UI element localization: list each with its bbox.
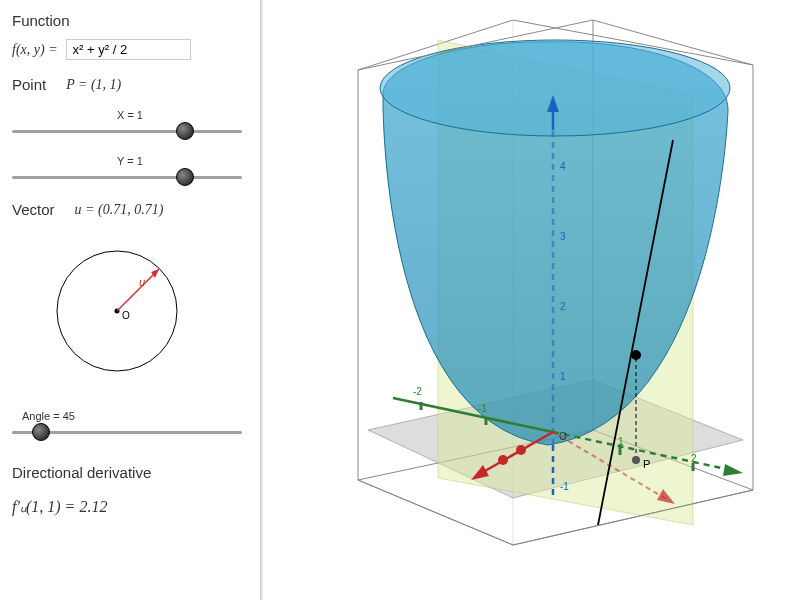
x-slider[interactable] xyxy=(12,123,242,139)
origin-dot-label: O xyxy=(122,310,130,321)
u-arrow-label: u xyxy=(139,276,145,288)
function-input[interactable] xyxy=(66,39,191,60)
svg-text:-2: -2 xyxy=(413,386,422,397)
point-row: Point P = (1, 1) xyxy=(12,76,248,93)
derivative-section-label: Directional derivative xyxy=(12,464,248,481)
angle-slider[interactable] xyxy=(12,424,242,440)
point-section-label: Point xyxy=(12,76,46,93)
x-tick-ball-2 xyxy=(498,455,508,465)
derivative-display: f′ᵤ(1, 1) = 2.12 xyxy=(12,497,248,516)
svg-text:-1: -1 xyxy=(560,481,569,492)
vector-row: Vector u = (0.71, 0.71) xyxy=(12,201,248,218)
origin-label: O xyxy=(559,431,567,442)
x-slider-block: X = 1 xyxy=(12,109,248,139)
svg-text:1: 1 xyxy=(618,436,624,447)
y-slider[interactable] xyxy=(12,169,242,185)
angle-caption: Angle = 45 xyxy=(22,410,248,422)
x-tick-ball xyxy=(516,445,526,455)
svg-text:2: 2 xyxy=(560,301,566,312)
function-row: f(x, y) = xyxy=(12,39,248,60)
svg-text:1: 1 xyxy=(560,371,566,382)
svg-text:-1: -1 xyxy=(478,403,487,414)
angle-slider-block: Angle = 45 xyxy=(12,410,248,440)
direction-circle[interactable]: u O xyxy=(42,236,192,386)
function-section-label: Function xyxy=(12,12,248,29)
x-slider-caption: X = 1 xyxy=(12,109,248,121)
vector-display: u = (0.71, 0.71) xyxy=(75,202,164,218)
y-slider-caption: Y = 1 xyxy=(12,155,248,167)
svg-text:2: 2 xyxy=(691,453,697,464)
svg-line-2 xyxy=(117,269,159,311)
svg-text:3: 3 xyxy=(560,231,566,242)
control-panel: Function f(x, y) = Point P = (1, 1) X = … xyxy=(0,0,260,600)
svg-text:P: P xyxy=(643,458,650,470)
3d-view[interactable]: -1 1 2 3 4 -2 -1 1 2 xyxy=(263,0,800,600)
y-slider-block: Y = 1 xyxy=(12,155,248,185)
svg-point-30 xyxy=(632,456,640,464)
function-prefix: f(x, y) = xyxy=(12,42,58,58)
vector-section-label: Vector xyxy=(12,201,55,218)
svg-text:4: 4 xyxy=(560,161,566,172)
point-display: P = (1, 1) xyxy=(66,77,121,93)
svg-marker-15 xyxy=(723,464,743,476)
